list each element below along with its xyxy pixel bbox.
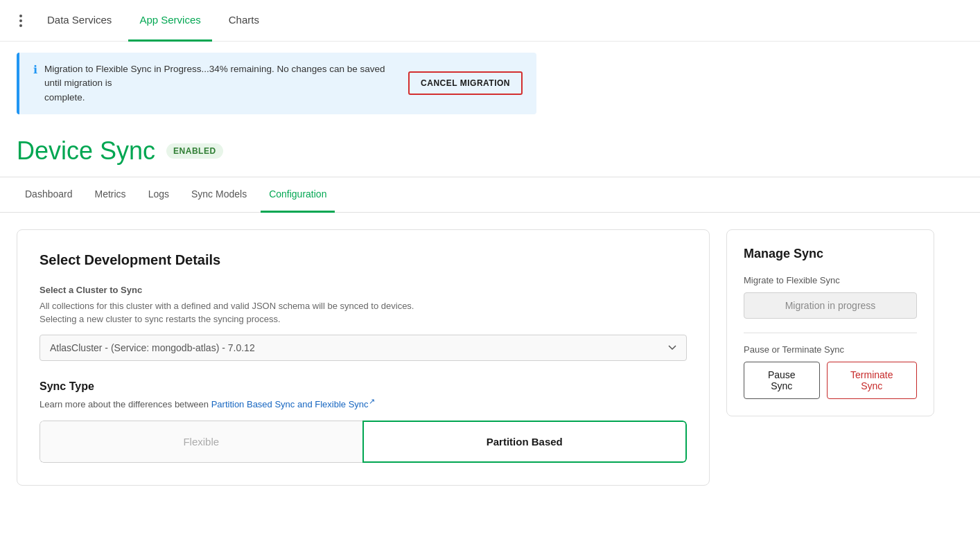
nav-item-data-services[interactable]: Data Services [36, 0, 123, 42]
manage-section-divider [744, 333, 917, 333]
banner-text: Migration to Flexible Sync in Progress..… [44, 62, 392, 105]
tab-sync-models[interactable]: Sync Models [183, 177, 255, 213]
sync-type-link[interactable]: Partition Based Sync and Flexible Sync↗ [211, 399, 375, 409]
cancel-migration-button[interactable]: CANCEL MIGRATION [408, 71, 523, 95]
cluster-select[interactable]: AtlasCluster - (Service: mongodb-atlas) … [40, 335, 687, 361]
migration-in-progress-button: Migration in progress [744, 292, 917, 319]
sync-type-description: Learn more about the differences between… [40, 397, 687, 409]
sync-type-label: Sync Type [40, 380, 687, 393]
tab-metrics[interactable]: Metrics [87, 177, 134, 213]
banner-content: ℹ Migration to Flexible Sync in Progress… [33, 62, 392, 105]
nav-item-charts[interactable]: Charts [218, 0, 270, 42]
top-nav: Data Services App Services Charts [0, 0, 980, 42]
sub-tabs: Dashboard Metrics Logs Sync Models Confi… [0, 177, 980, 213]
tab-logs[interactable]: Logs [140, 177, 177, 213]
sync-action-buttons: Pause Sync Terminate Sync [744, 362, 917, 399]
tab-dashboard[interactable]: Dashboard [17, 177, 81, 213]
terminate-sync-button[interactable]: Terminate Sync [827, 362, 917, 399]
migrate-section-label: Migrate to Flexible Sync [744, 275, 917, 285]
info-icon: ℹ [33, 63, 37, 76]
flexible-sync-button[interactable]: Flexible [40, 421, 362, 463]
external-link-icon: ↗ [369, 397, 375, 405]
cluster-field-label: Select a Cluster to Sync [40, 285, 687, 295]
migration-banner: ℹ Migration to Flexible Sync in Progress… [17, 53, 536, 114]
nav-menu-dots[interactable] [14, 9, 28, 33]
pause-terminate-label: Pause or Terminate Sync [744, 344, 917, 355]
enabled-badge: ENABLED [166, 143, 223, 159]
tab-configuration[interactable]: Configuration [261, 177, 335, 213]
sync-type-buttons: Flexible Partition Based [40, 421, 687, 463]
page-title: Device Sync [17, 136, 155, 166]
pause-sync-button[interactable]: Pause Sync [744, 362, 820, 399]
cluster-field-description: All collections for this cluster with a … [40, 299, 687, 326]
nav-item-app-services[interactable]: App Services [128, 0, 211, 42]
sync-type-section: Sync Type Learn more about the differenc… [40, 380, 687, 463]
manage-sync-title: Manage Sync [744, 247, 917, 261]
right-panel: Manage Sync Migrate to Flexible Sync Mig… [726, 229, 934, 416]
partition-based-sync-button[interactable]: Partition Based [362, 421, 688, 463]
main-content: Select Development Details Select a Clus… [0, 213, 980, 502]
section-title: Select Development Details [40, 252, 687, 268]
left-panel: Select Development Details Select a Clus… [17, 229, 710, 486]
page-title-section: Device Sync ENABLED [0, 125, 980, 166]
